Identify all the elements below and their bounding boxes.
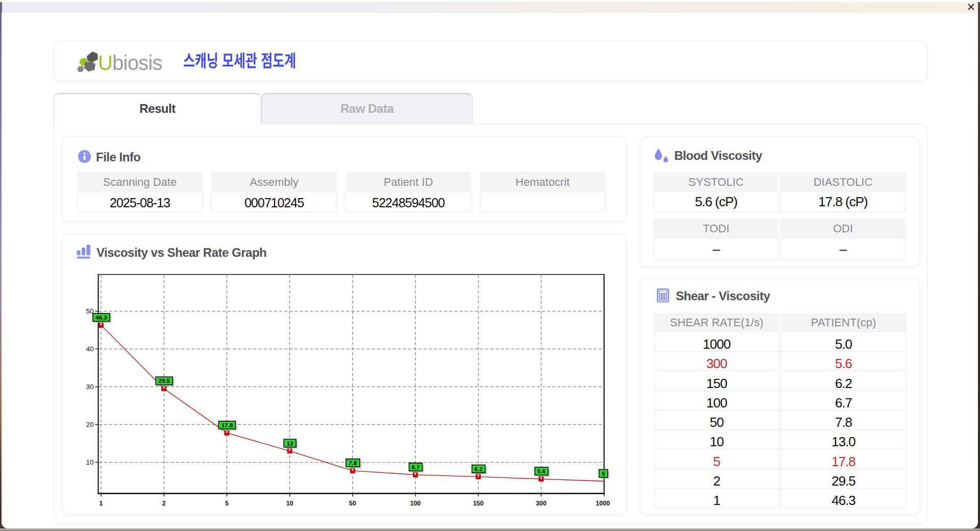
svg-text:6.2: 6.2: [475, 466, 483, 472]
svg-text:300: 300: [536, 500, 547, 507]
svg-text:20: 20: [86, 421, 93, 428]
svg-text:100: 100: [410, 500, 421, 507]
svg-text:17.8: 17.8: [222, 422, 233, 428]
svg-text:46.3: 46.3: [95, 315, 107, 321]
svg-text:1: 1: [100, 500, 103, 507]
svg-text:29.5: 29.5: [159, 378, 170, 384]
svg-text:10: 10: [286, 500, 293, 507]
svg-text:13: 13: [287, 441, 293, 447]
svg-text:1000: 1000: [596, 500, 610, 507]
svg-text:7.8: 7.8: [349, 460, 357, 466]
svg-text:5.6: 5.6: [537, 468, 546, 474]
svg-text:6.7: 6.7: [411, 464, 420, 470]
svg-text:5: 5: [602, 471, 605, 477]
svg-text:10: 10: [86, 458, 93, 466]
svg-text:2: 2: [162, 500, 166, 507]
svg-text:40: 40: [86, 345, 93, 353]
svg-text:150: 150: [473, 500, 484, 507]
svg-text:50: 50: [349, 500, 356, 507]
svg-text:30: 30: [86, 383, 93, 391]
svg-text:5: 5: [225, 500, 229, 507]
